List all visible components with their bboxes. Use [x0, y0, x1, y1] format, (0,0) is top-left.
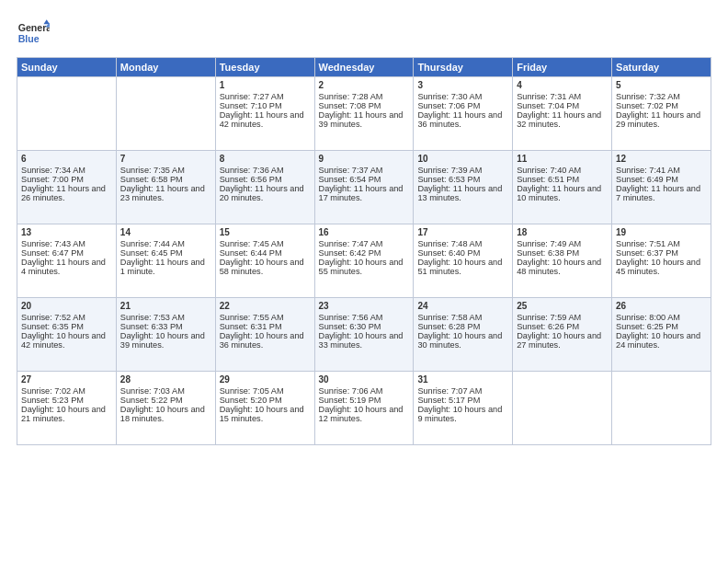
day-number: 17: [417, 227, 508, 237]
day-info: Daylight: 11 hours and 42 minutes.: [220, 110, 311, 129]
day-number: 13: [21, 227, 112, 237]
calendar-week-2: 6Sunrise: 7:34 AMSunset: 7:00 PMDaylight…: [17, 151, 711, 224]
day-info: Sunrise: 7:45 AM: [220, 239, 311, 248]
weekday-header-tuesday: Tuesday: [215, 58, 314, 77]
day-info: Daylight: 11 hours and 36 minutes.: [417, 110, 508, 129]
day-info: Sunset: 7:00 PM: [21, 175, 112, 184]
day-info: Sunrise: 7:56 AM: [319, 313, 410, 322]
day-info: Sunset: 5:22 PM: [120, 396, 211, 405]
calendar-cell: 25Sunrise: 7:59 AMSunset: 6:26 PMDayligh…: [513, 298, 612, 372]
day-info: Daylight: 10 hours and 30 minutes.: [417, 331, 508, 350]
day-number: 8: [220, 154, 311, 164]
calendar: SundayMondayTuesdayWednesdayThursdayFrid…: [17, 57, 711, 445]
calendar-cell: [513, 372, 612, 445]
day-info: Sunrise: 7:58 AM: [417, 313, 508, 322]
calendar-cell: 13Sunrise: 7:43 AMSunset: 6:47 PMDayligh…: [17, 224, 117, 298]
day-info: Daylight: 11 hours and 20 minutes.: [220, 184, 311, 202]
calendar-cell: 10Sunrise: 7:39 AMSunset: 6:53 PMDayligh…: [414, 151, 513, 224]
day-info: Sunrise: 7:36 AM: [220, 166, 311, 175]
day-info: Sunrise: 7:47 AM: [319, 239, 410, 248]
day-info: Sunrise: 7:31 AM: [517, 92, 608, 101]
day-info: Sunset: 7:08 PM: [319, 101, 410, 110]
day-info: Sunset: 6:31 PM: [220, 322, 311, 331]
calendar-cell: 31Sunrise: 7:07 AMSunset: 5:17 PMDayligh…: [414, 372, 513, 445]
day-info: Sunrise: 7:30 AM: [417, 92, 508, 101]
calendar-cell: 3Sunrise: 7:30 AMSunset: 7:06 PMDaylight…: [414, 77, 513, 151]
day-info: Daylight: 11 hours and 26 minutes.: [21, 184, 112, 202]
calendar-week-3: 13Sunrise: 7:43 AMSunset: 6:47 PMDayligh…: [17, 224, 711, 298]
day-info: Daylight: 10 hours and 45 minutes.: [616, 258, 707, 276]
day-info: Sunrise: 7:05 AM: [220, 386, 311, 396]
day-number: 21: [120, 301, 211, 311]
calendar-cell: 11Sunrise: 7:40 AMSunset: 6:51 PMDayligh…: [513, 151, 612, 224]
day-number: 6: [21, 154, 112, 164]
day-number: 5: [616, 80, 707, 90]
day-info: Daylight: 11 hours and 17 minutes.: [319, 184, 410, 202]
day-number: 25: [517, 301, 608, 311]
day-info: Sunset: 6:44 PM: [220, 248, 311, 258]
day-info: Daylight: 10 hours and 42 minutes.: [21, 331, 112, 350]
day-info: Sunset: 5:19 PM: [319, 396, 410, 405]
day-info: Sunset: 6:45 PM: [120, 248, 211, 258]
day-info: Sunset: 6:56 PM: [220, 175, 311, 184]
calendar-cell: 7Sunrise: 7:35 AMSunset: 6:58 PMDaylight…: [116, 151, 215, 224]
logo: General Blue: [17, 17, 50, 50]
day-info: Daylight: 11 hours and 23 minutes.: [120, 184, 211, 202]
day-info: Daylight: 11 hours and 4 minutes.: [21, 258, 112, 276]
day-info: Sunset: 5:23 PM: [21, 396, 112, 405]
calendar-cell: 20Sunrise: 7:52 AMSunset: 6:35 PMDayligh…: [17, 298, 117, 372]
day-number: 29: [220, 374, 311, 385]
day-info: Daylight: 10 hours and 24 minutes.: [616, 331, 707, 350]
day-info: Sunrise: 7:37 AM: [319, 166, 410, 175]
day-info: Sunset: 6:25 PM: [616, 322, 707, 331]
day-info: Sunset: 6:49 PM: [616, 175, 707, 184]
calendar-cell: [612, 372, 711, 445]
day-number: 22: [220, 301, 311, 311]
calendar-cell: 5Sunrise: 7:32 AMSunset: 7:02 PMDaylight…: [612, 77, 711, 151]
calendar-cell: 27Sunrise: 7:02 AMSunset: 5:23 PMDayligh…: [17, 372, 117, 445]
day-info: Sunrise: 7:40 AM: [517, 166, 608, 175]
calendar-cell: 12Sunrise: 7:41 AMSunset: 6:49 PMDayligh…: [612, 151, 711, 224]
day-number: 1: [220, 80, 311, 90]
day-number: 12: [616, 154, 707, 164]
day-info: Daylight: 11 hours and 10 minutes.: [517, 184, 608, 202]
day-number: 31: [417, 374, 508, 385]
calendar-cell: 26Sunrise: 8:00 AMSunset: 6:25 PMDayligh…: [612, 298, 711, 372]
day-info: Sunrise: 7:48 AM: [417, 239, 508, 248]
day-info: Sunrise: 7:02 AM: [21, 386, 112, 396]
svg-text:Blue: Blue: [18, 33, 40, 44]
day-number: 11: [517, 154, 608, 164]
day-number: 4: [517, 80, 608, 90]
day-info: Sunset: 6:28 PM: [417, 322, 508, 331]
day-info: Sunrise: 7:53 AM: [120, 313, 211, 322]
day-info: Sunrise: 7:51 AM: [616, 239, 707, 248]
day-info: Daylight: 10 hours and 27 minutes.: [517, 331, 608, 350]
day-info: Sunrise: 7:39 AM: [417, 166, 508, 175]
calendar-cell: [17, 77, 117, 151]
day-info: Daylight: 11 hours and 39 minutes.: [319, 110, 410, 129]
day-number: 20: [21, 301, 112, 311]
day-number: 30: [319, 374, 410, 385]
weekday-header-thursday: Thursday: [414, 58, 513, 77]
day-number: 26: [616, 301, 707, 311]
calendar-cell: 8Sunrise: 7:36 AMSunset: 6:56 PMDaylight…: [215, 151, 314, 224]
calendar-week-5: 27Sunrise: 7:02 AMSunset: 5:23 PMDayligh…: [17, 372, 711, 445]
day-info: Sunset: 6:42 PM: [319, 248, 410, 258]
day-number: 2: [319, 80, 410, 90]
weekday-header-friday: Friday: [513, 58, 612, 77]
day-info: Sunrise: 7:35 AM: [120, 166, 211, 175]
day-info: Daylight: 10 hours and 39 minutes.: [120, 331, 211, 350]
day-number: 18: [517, 227, 608, 237]
day-info: Sunset: 6:33 PM: [120, 322, 211, 331]
day-info: Daylight: 10 hours and 33 minutes.: [319, 331, 410, 350]
day-info: Sunset: 6:35 PM: [21, 322, 112, 331]
day-number: 24: [417, 301, 508, 311]
calendar-cell: 29Sunrise: 7:05 AMSunset: 5:20 PMDayligh…: [215, 372, 314, 445]
logo-icon: General Blue: [17, 17, 50, 50]
weekday-header-wednesday: Wednesday: [314, 58, 414, 77]
day-info: Sunset: 6:37 PM: [616, 248, 707, 258]
calendar-cell: 4Sunrise: 7:31 AMSunset: 7:04 PMDaylight…: [513, 77, 612, 151]
day-info: Daylight: 11 hours and 1 minute.: [120, 258, 211, 276]
calendar-cell: 6Sunrise: 7:34 AMSunset: 7:00 PMDaylight…: [17, 151, 117, 224]
day-info: Sunrise: 7:44 AM: [120, 239, 211, 248]
